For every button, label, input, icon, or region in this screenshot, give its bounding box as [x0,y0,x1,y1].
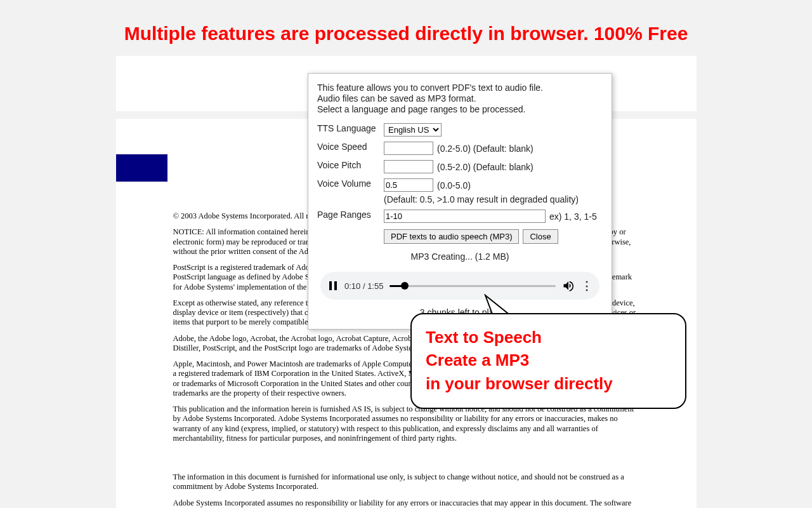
player-thumb[interactable] [401,282,409,290]
row-voice-speed: Voice Speed (0.2-5.0) (Default: blank) [317,142,603,155]
pause-icon[interactable] [328,281,338,290]
convert-button[interactable]: PDF texts to audio speech (MP3) [384,229,519,244]
doc-paragraph: This publication and the information her… [173,404,639,443]
voice-volume-hint2: (Default: 0.5, >1.0 may result in degrad… [384,194,603,204]
voice-pitch-input[interactable] [384,160,433,173]
voice-volume-hint: (0.0-5.0) [437,180,471,190]
close-button[interactable]: Close [523,229,558,244]
row-page-ranges: Page Ranges ex) 1, 3, 1-5 [317,210,603,223]
doc-paragraph: Adobe Systems Incorporated assumes no re… [173,498,639,509]
page-headline: Multiple features are processed directly… [0,0,812,56]
callout-line: in your browser directly [426,372,671,395]
label-voice-speed: Voice Speed [317,142,384,152]
label-page-ranges: Page Ranges [317,210,384,220]
mp3-status: MP3 Creating... (1.2 MB) [317,251,603,262]
voice-speed-input[interactable] [384,142,433,155]
tts-dialog: This feature allows you to convert PDF's… [308,73,612,330]
doc-header-blue-box [116,154,167,182]
dialog-intro: This feature allows you to convert PDF's… [317,83,603,114]
dialog-button-row: PDF texts to audio speech (MP3) Close [317,229,603,244]
intro-line: This feature allows you to convert PDF's… [317,83,603,93]
player-time: 0:10 / 1:55 [344,281,383,291]
intro-line: Audio files can be saved as MP3 format. [317,93,603,104]
volume-icon[interactable] [562,279,575,292]
player-track[interactable] [390,285,556,287]
page-ranges-hint: ex) 1, 3, 1-5 [549,211,597,222]
voice-volume-input[interactable] [384,178,433,192]
callout-bubble: Text to Speech Create a MP3 in your brow… [410,313,686,409]
callout-line: Create a MP3 [426,349,671,371]
row-voice-pitch: Voice Pitch (0.5-2.0) (Default: blank) [317,160,603,173]
audio-player[interactable]: 0:10 / 1:55 ⋮ [320,272,599,300]
row-voice-volume: Voice Volume (0.0-5.0) (Default: 0.5, >1… [317,178,603,204]
label-tts-language: TTS Language [317,123,384,133]
label-voice-volume: Voice Volume [317,178,384,189]
callout-text: Text to Speech Create a MP3 in your brow… [426,326,671,395]
more-icon[interactable]: ⋮ [581,280,592,291]
intro-line: Select a language and page ranges to be … [317,104,603,115]
tts-language-select[interactable]: English US [384,123,442,137]
row-tts-language: TTS Language English US [317,123,603,137]
callout-line: Text to Speech [426,326,671,349]
voice-pitch-hint: (0.5-2.0) (Default: blank) [437,162,534,172]
page-ranges-input[interactable] [384,210,546,223]
doc-paragraph: The information in this document is furn… [173,472,639,492]
voice-speed-hint: (0.2-5.0) (Default: blank) [437,144,534,154]
label-voice-pitch: Voice Pitch [317,160,384,170]
